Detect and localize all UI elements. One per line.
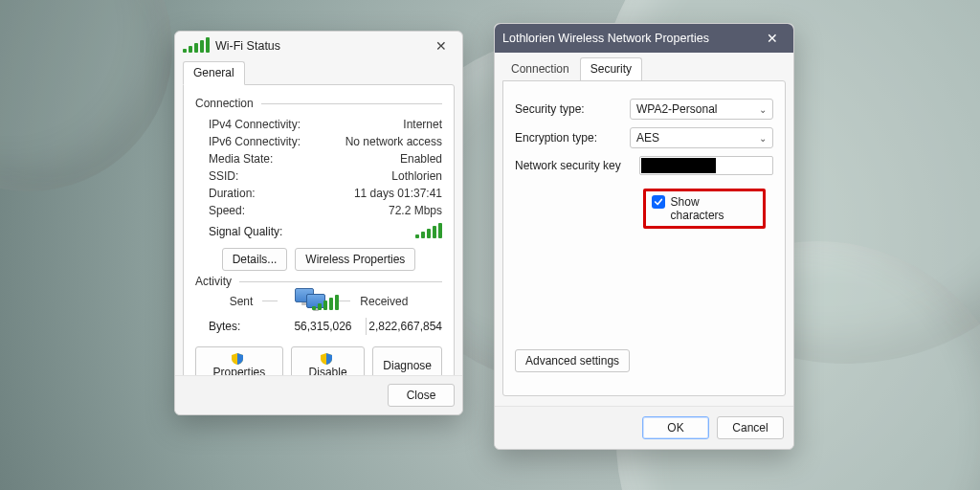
ipv4-value: Internet [403, 118, 442, 131]
bytes-label: Bytes: [209, 320, 276, 333]
ssid-label: SSID: [209, 169, 238, 183]
security-type-value: WPA2-Personal [636, 102, 717, 116]
close-icon[interactable]: ✕ [759, 31, 786, 46]
security-panel: Security type: WPA2-Personal ⌄ Encryptio… [502, 80, 786, 396]
ipv4-label: IPv4 Connectivity: [209, 118, 301, 131]
close-icon[interactable]: ✕ [428, 38, 455, 54]
ssid-value: Lothlorien [391, 169, 442, 183]
sent-label: Sent [230, 295, 254, 308]
signal-bars-icon [415, 223, 442, 238]
chevron-down-icon: ⌄ [759, 104, 767, 115]
ipv6-value: No network access [345, 135, 442, 148]
received-label: Received [360, 295, 408, 308]
duration-value: 11 days 01:37:41 [354, 187, 442, 200]
media-label: Media State: [209, 152, 273, 166]
tab-general[interactable]: General [183, 61, 245, 85]
duration-label: Duration: [209, 187, 256, 200]
network-activity-icon [287, 294, 325, 308]
network-key-input[interactable] [639, 156, 773, 175]
wireless-properties-button[interactable]: Wireless Properties [295, 248, 415, 271]
tab-security[interactable]: Security [580, 57, 642, 81]
props-footer: OK Cancel [495, 406, 793, 449]
encryption-type-dropdown[interactable]: AES ⌄ [630, 127, 773, 148]
encryption-type-label: Encryption type: [515, 131, 620, 145]
tab-connection[interactable]: Connection [501, 57, 580, 81]
advanced-settings-button[interactable]: Advanced settings [515, 349, 630, 372]
show-characters-highlight: Show characters [643, 189, 766, 229]
network-key-label: Network security key [515, 159, 630, 172]
bytes-sent: 56,315,026 [276, 320, 366, 333]
shield-icon [232, 353, 243, 365]
network-key-redaction [641, 158, 716, 173]
signal-quality-label: Signal Quality: [209, 225, 282, 238]
group-connection-label: Connection [195, 97, 254, 110]
wifi-title: Wi-Fi Status [215, 39, 428, 53]
group-activity: Activity [195, 275, 442, 288]
wifi-tabstrip: General [175, 60, 462, 84]
encryption-type-value: AES [636, 131, 659, 145]
cancel-button[interactable]: Cancel [717, 416, 784, 439]
ipv6-label: IPv6 Connectivity: [209, 135, 301, 148]
speed-value: 72.2 Mbps [389, 204, 442, 217]
wifi-panel: Connection IPv4 Connectivity:Internet IP… [183, 84, 455, 396]
close-button[interactable]: Close [388, 384, 455, 407]
network-properties-window: Lothlorien Wireless Network Properties ✕… [494, 23, 794, 450]
show-characters-checkbox[interactable] [652, 195, 665, 209]
details-button[interactable]: Details... [222, 248, 288, 271]
props-title: Lothlorien Wireless Network Properties [502, 32, 759, 45]
props-tabstrip: Connection Security [495, 53, 793, 80]
group-connection: Connection [195, 97, 442, 110]
ok-button[interactable]: OK [642, 416, 709, 439]
wifi-signal-icon [183, 37, 210, 56]
shield-icon [321, 353, 332, 365]
chevron-down-icon: ⌄ [759, 133, 767, 144]
group-activity-label: Activity [195, 275, 232, 288]
speed-label: Speed: [209, 204, 245, 217]
show-characters-label: Show characters [671, 195, 753, 222]
wifi-footer: Close [175, 375, 462, 414]
wifi-status-window: Wi-Fi Status ✕ General Connection IPv4 C… [174, 31, 463, 415]
bytes-received: 2,822,667,854 [367, 320, 443, 333]
security-type-dropdown[interactable]: WPA2-Personal ⌄ [630, 99, 773, 120]
props-titlebar[interactable]: Lothlorien Wireless Network Properties ✕ [495, 24, 793, 53]
wifi-titlebar[interactable]: Wi-Fi Status ✕ [175, 32, 462, 60]
security-type-label: Security type: [515, 102, 620, 116]
media-value: Enabled [400, 152, 442, 166]
